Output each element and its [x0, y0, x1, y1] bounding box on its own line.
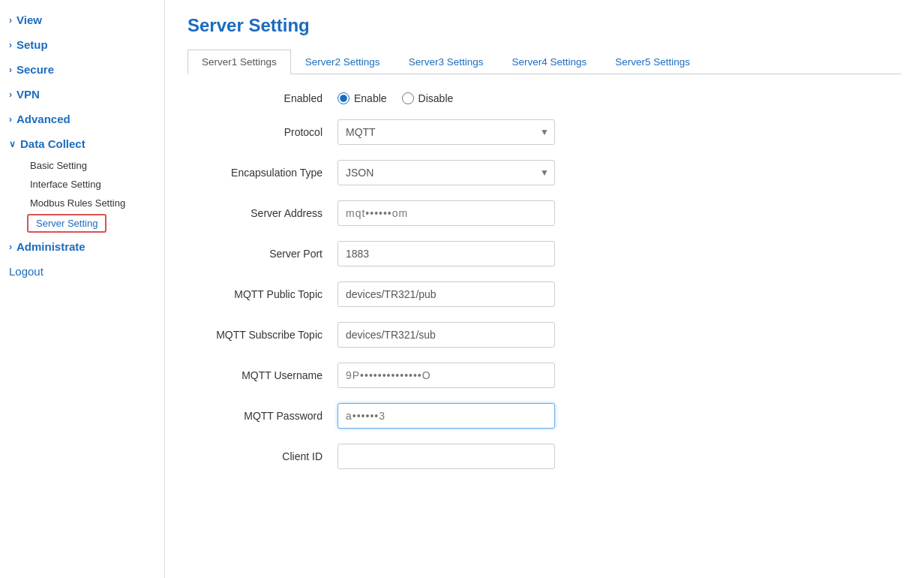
sidebar-label-secure: Secure [16, 63, 54, 76]
sidebar-label-advanced: Advanced [16, 113, 70, 125]
page-title: Server Setting [188, 15, 902, 36]
chevron-right-icon: › [9, 114, 12, 125]
sidebar-label-vpn: VPN [16, 88, 40, 101]
server-port-row: Server Port [202, 241, 886, 266]
sidebar-sub-menu: Basic Setting Interface Setting Modbus R… [0, 156, 164, 234]
encapsulation-select-wrapper: JSON XML CSV ▼ [338, 160, 555, 185]
sidebar-item-secure[interactable]: › Secure [0, 57, 164, 82]
disable-radio[interactable] [402, 92, 414, 104]
sidebar-item-view[interactable]: › View [0, 8, 164, 32]
enable-radio[interactable] [338, 92, 350, 104]
sidebar-item-basic-setting[interactable]: Basic Setting [21, 156, 164, 175]
sidebar-item-server-setting[interactable]: Server Setting [27, 214, 106, 233]
chevron-right-icon: › [9, 15, 12, 26]
server-form: Enabled Enable Disable Protocol MQTT HTT… [188, 92, 902, 469]
tab-server3[interactable]: Server3 Settings [394, 50, 498, 74]
protocol-row: Protocol MQTT HTTP TCP ▼ [202, 119, 886, 145]
client-id-row: Client ID [202, 444, 886, 469]
enable-option[interactable]: Enable [338, 92, 387, 104]
client-id-input[interactable] [338, 444, 555, 469]
protocol-select-wrapper: MQTT HTTP TCP ▼ [338, 119, 555, 145]
protocol-label: Protocol [202, 126, 338, 138]
sidebar-item-setup[interactable]: › Setup [0, 32, 164, 57]
sidebar-item-administrate[interactable]: › Administrate [0, 234, 164, 259]
encapsulation-select[interactable]: JSON XML CSV [338, 160, 555, 185]
sidebar-label-data-collect: Data Collect [20, 137, 86, 150]
sidebar-label-setup: Setup [16, 38, 48, 51]
chevron-right-icon: › [9, 89, 12, 100]
sidebar-item-vpn[interactable]: › VPN [0, 82, 164, 107]
protocol-select[interactable]: MQTT HTTP TCP [338, 119, 555, 145]
enabled-label: Enabled [202, 92, 338, 104]
enabled-row: Enabled Enable Disable [202, 92, 886, 104]
mqtt-username-label: MQTT Username [202, 369, 338, 381]
mqtt-public-topic-row: MQTT Public Topic [202, 281, 886, 307]
mqtt-subscribe-topic-input[interactable] [338, 322, 555, 348]
server-port-label: Server Port [202, 248, 338, 260]
mqtt-password-input[interactable] [338, 403, 555, 429]
server-address-row: Server Address [202, 200, 886, 226]
chevron-right-icon: › [9, 242, 12, 252]
tab-server4[interactable]: Server4 Settings [497, 50, 601, 74]
encapsulation-label: Encapsulation Type [202, 167, 338, 179]
mqtt-username-row: MQTT Username [202, 363, 886, 388]
sidebar: › View › Setup › Secure › VPN › Advanced… [0, 0, 165, 578]
client-id-label: Client ID [202, 450, 338, 462]
encapsulation-row: Encapsulation Type JSON XML CSV ▼ [202, 160, 886, 185]
mqtt-subscribe-topic-label: MQTT Subscribe Topic [202, 329, 338, 341]
chevron-down-icon: ∨ [9, 139, 16, 149]
server-port-input[interactable] [338, 241, 555, 266]
disable-label: Disable [418, 92, 454, 104]
mqtt-password-label: MQTT Password [202, 410, 338, 422]
chevron-right-icon: › [9, 65, 12, 75]
sidebar-item-modbus-rules-setting[interactable]: Modbus Rules Setting [21, 194, 164, 212]
sidebar-item-advanced[interactable]: › Advanced [0, 107, 164, 131]
tab-server5[interactable]: Server5 Settings [601, 50, 704, 74]
sidebar-label-view: View [16, 14, 42, 26]
sidebar-item-interface-setting[interactable]: Interface Setting [21, 175, 164, 194]
mqtt-public-topic-input[interactable] [338, 281, 555, 307]
mqtt-public-topic-label: MQTT Public Topic [202, 288, 338, 300]
mqtt-username-input[interactable] [338, 363, 555, 388]
server-tabs: Server1 Settings Server2 Settings Server… [188, 50, 902, 74]
sidebar-item-data-collect[interactable]: ∨ Data Collect [0, 131, 164, 156]
logout-button[interactable]: Logout [0, 259, 164, 284]
disable-option[interactable]: Disable [402, 92, 454, 104]
main-content: Server Setting Server1 Settings Server2 … [165, 0, 924, 578]
tab-server2[interactable]: Server2 Settings [291, 50, 394, 74]
chevron-right-icon: › [9, 40, 12, 50]
sidebar-label-administrate: Administrate [16, 240, 86, 253]
mqtt-subscribe-topic-row: MQTT Subscribe Topic [202, 322, 886, 348]
tab-server1[interactable]: Server1 Settings [188, 50, 291, 74]
enable-label: Enable [354, 92, 387, 104]
server-address-label: Server Address [202, 207, 338, 219]
enabled-radio-group: Enable Disable [338, 92, 453, 104]
mqtt-password-row: MQTT Password [202, 403, 886, 429]
server-address-input[interactable] [338, 200, 555, 226]
